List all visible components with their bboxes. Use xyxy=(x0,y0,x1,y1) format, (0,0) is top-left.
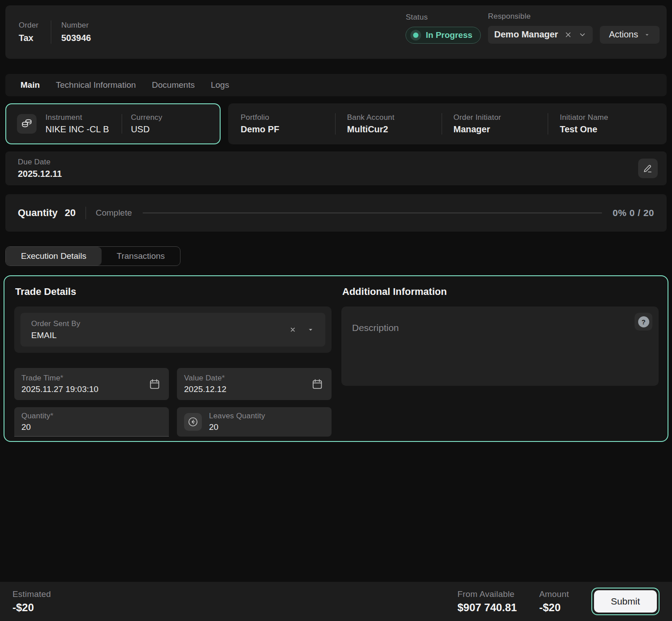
copy-leaves-quantity-button[interactable] xyxy=(184,413,202,431)
estimated-value: -$20 xyxy=(12,601,51,614)
trade-time-value: 2025.11.27 19:03:10 xyxy=(21,384,98,394)
bank-account-field: Bank Account MultiCur2 xyxy=(335,113,442,135)
number-label: Number xyxy=(61,21,91,30)
responsible-select[interactable]: Demo Manager xyxy=(488,26,593,44)
arrow-left-circle-icon xyxy=(187,416,199,428)
initiator-name-field: Initiator Name Test One xyxy=(548,113,654,135)
quantity-input-label: Quantity xyxy=(21,412,50,420)
coins-icon xyxy=(17,114,37,134)
estimated-label: Estimated xyxy=(12,589,51,599)
tab-logs[interactable]: Logs xyxy=(211,80,229,90)
status-text: In Progress xyxy=(426,30,472,40)
caret-down-icon[interactable] xyxy=(307,326,315,334)
trade-time-label: Trade Time xyxy=(21,374,60,382)
required-mark: * xyxy=(50,412,53,420)
required-mark: * xyxy=(60,374,63,382)
amount-value: -$20 xyxy=(539,601,569,614)
tab-documents[interactable]: Documents xyxy=(152,80,195,90)
detail-subtabs: Execution Details Transactions xyxy=(5,246,180,266)
order-number-group: Number 503946 xyxy=(61,21,91,43)
status-badge: In Progress xyxy=(406,27,481,44)
order-type-group: Order Tax xyxy=(19,21,38,43)
trade-fields-grid: Trade Time* 2025.11.27 19:03:10 Value Da… xyxy=(14,368,332,437)
value-date-field[interactable]: Value Date* 2025.12.12 xyxy=(177,368,332,400)
main-tabbar: Main Technical Information Documents Log… xyxy=(5,74,667,96)
edit-due-date-button[interactable] xyxy=(638,159,658,178)
order-sent-by-group: Order Sent By EMAIL xyxy=(14,306,332,353)
value-date-value: 2025.12.12 xyxy=(184,384,226,394)
chevron-down-icon[interactable] xyxy=(578,31,586,39)
actions-button[interactable]: Actions xyxy=(600,26,660,44)
status-label: Status xyxy=(406,13,481,22)
portfolio-label: Portfolio xyxy=(241,113,335,122)
calendar-icon[interactable] xyxy=(148,378,161,390)
order-sent-by-select[interactable]: Order Sent By EMAIL xyxy=(20,313,325,347)
quantity-divider xyxy=(86,207,86,219)
instrument-divider xyxy=(122,114,122,134)
footer-right: From Available $907 740.81 Amount -$20 S… xyxy=(457,588,660,615)
trade-details-panel: Trade Details Order Sent By EMAIL Trade … xyxy=(14,282,332,437)
additional-information-title: Additional Information xyxy=(342,286,659,298)
status-group: Status In Progress xyxy=(406,13,481,44)
progress-bar xyxy=(143,212,602,213)
responsible-value: Demo Manager xyxy=(494,29,558,40)
due-date-label: Due Date xyxy=(18,158,62,167)
description-input[interactable] xyxy=(341,306,659,386)
from-available-field: From Available $907 740.81 xyxy=(457,589,516,614)
order-value: Tax xyxy=(19,33,38,43)
initiator-name-value: Test One xyxy=(560,124,654,135)
responsible-label: Responsible xyxy=(488,12,593,21)
currency-field: Currency USD xyxy=(131,113,163,135)
initiator-name-label: Initiator Name xyxy=(560,113,654,122)
bank-account-label: Bank Account xyxy=(347,113,442,122)
subtab-execution-details[interactable]: Execution Details xyxy=(6,247,102,266)
subtab-transactions[interactable]: Transactions xyxy=(102,247,180,266)
instrument-card[interactable]: Instrument NIKE INC -CL B Currency USD xyxy=(5,103,221,144)
quantity-progress-row: Quantity 20 Complete 0% 0 / 20 xyxy=(5,194,667,232)
currency-label: Currency xyxy=(131,113,163,122)
instrument-field: Instrument NIKE INC -CL B xyxy=(45,113,109,135)
from-available-label: From Available xyxy=(457,589,516,599)
required-mark: * xyxy=(222,374,225,382)
quantity-input-field[interactable]: Quantity* 20 xyxy=(14,407,169,437)
tab-technical-information[interactable]: Technical Information xyxy=(56,80,136,90)
calendar-icon[interactable] xyxy=(311,378,324,390)
leaves-quantity-label: Leaves Quantity xyxy=(209,412,265,421)
submit-focus-ring: Submit xyxy=(591,588,660,615)
complete-label: Complete xyxy=(96,208,132,218)
tab-main[interactable]: Main xyxy=(20,80,40,90)
order-sent-by-label: Order Sent By xyxy=(31,319,80,328)
pencil-icon xyxy=(643,163,653,174)
status-dot-icon xyxy=(410,30,421,41)
trade-time-field[interactable]: Trade Time* 2025.11.27 19:03:10 xyxy=(14,368,169,400)
responsible-group: Responsible Demo Manager xyxy=(488,12,593,44)
submit-button[interactable]: Submit xyxy=(594,590,657,613)
estimated-field: Estimated -$20 xyxy=(12,589,51,614)
help-button[interactable]: ? xyxy=(635,313,652,331)
portfolio-value: Demo PF xyxy=(241,124,335,135)
due-date-field: Due Date 2025.12.11 xyxy=(18,158,62,179)
order-sent-by-value: EMAIL xyxy=(31,331,80,340)
value-date-label: Value Date xyxy=(184,374,222,382)
quantity-input-value: 20 xyxy=(21,422,53,432)
order-header: Order Tax Number 503946 Status In Progre… xyxy=(5,5,667,59)
progress-text: 0% 0 / 20 xyxy=(613,208,654,218)
instrument-label: Instrument xyxy=(45,113,109,122)
summary-footer: Estimated -$20 From Available $907 740.8… xyxy=(0,582,672,621)
leaves-quantity-field: Leaves Quantity 20 xyxy=(177,407,332,437)
trade-details-title: Trade Details xyxy=(15,286,332,298)
instrument-value: NIKE INC -CL B xyxy=(45,124,109,135)
bank-account-value: MultiCur2 xyxy=(347,124,442,135)
from-available-value: $907 740.81 xyxy=(457,601,516,614)
caret-down-icon xyxy=(643,31,651,38)
number-value: 503946 xyxy=(61,33,91,43)
currency-value: USD xyxy=(131,124,163,135)
actions-label: Actions xyxy=(609,29,638,40)
clear-icon[interactable] xyxy=(564,31,572,39)
due-date-value: 2025.12.11 xyxy=(18,169,62,179)
portfolio-field: Portfolio Demo PF xyxy=(241,113,335,135)
clear-icon[interactable] xyxy=(289,326,297,334)
order-info-card: Portfolio Demo PF Bank Account MultiCur2… xyxy=(228,103,667,144)
question-icon: ? xyxy=(638,316,649,327)
leaves-quantity-value: 20 xyxy=(209,422,265,432)
